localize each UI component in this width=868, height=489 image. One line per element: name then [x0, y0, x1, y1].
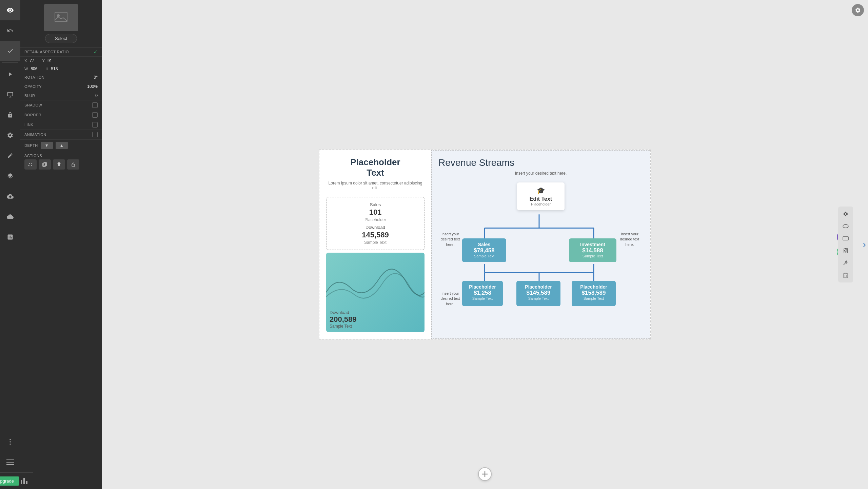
top-right-settings	[852, 4, 864, 16]
ph1-sub: Sample Text	[465, 296, 500, 300]
svg-rect-5	[6, 464, 14, 465]
placeholder-title: PlaceholderText	[350, 157, 400, 178]
sales-value: $78,458	[465, 247, 504, 254]
shadow-checkbox[interactable]	[92, 102, 98, 108]
actions-label: ACTIONS	[24, 154, 42, 158]
link-label: LINK	[24, 123, 33, 127]
upgrade-button[interactable]: Upgrade	[0, 476, 19, 486]
stat1-value: 101	[333, 208, 417, 217]
edit-text-label: Edit Text	[524, 196, 558, 202]
more-button[interactable]	[0, 432, 20, 452]
link-row[interactable]: LINK	[20, 120, 102, 130]
link-checkbox[interactable]	[92, 122, 98, 128]
rt-oval-button[interactable]	[840, 221, 851, 232]
undo-button[interactable]	[0, 20, 20, 41]
xy-coords: X 77 Y 91	[20, 57, 102, 65]
svg-rect-8	[26, 481, 27, 484]
rotation-row: ROTATION 0°	[20, 73, 102, 82]
x-label: X	[24, 59, 27, 63]
y-label: Y	[42, 59, 45, 63]
retain-aspect-label: RETAIN ASPECT RATIO	[24, 50, 69, 54]
sales-label: Sales	[465, 242, 504, 247]
w-label: W	[24, 67, 28, 71]
rt-trash-button[interactable]	[840, 270, 851, 280]
h-value: 518	[51, 66, 58, 71]
svg-rect-26	[843, 237, 848, 240]
shadow-row[interactable]: SHADOW	[20, 100, 102, 110]
revenue-title: Revenue Streams	[438, 157, 643, 168]
chart-button[interactable]	[0, 227, 20, 247]
depth-up-button[interactable]: ▲	[56, 142, 68, 149]
stat2-sub: Sample Text	[333, 240, 417, 245]
canvas-right-panel: Revenue Streams Insert your desired text…	[431, 150, 650, 339]
play-button[interactable]	[0, 64, 20, 84]
edit-text-box[interactable]: 🎓 Edit Text Placeholder	[517, 182, 565, 210]
stat2-label: Download	[333, 225, 417, 230]
select-button[interactable]: Select	[45, 34, 77, 43]
ph1-label: Placeholder	[465, 284, 500, 290]
animation-checkbox[interactable]	[92, 132, 98, 137]
border-row[interactable]: BORDER	[20, 110, 102, 120]
side-right-text: Insert yourdesired texthere.	[616, 232, 643, 247]
x-value: 77	[29, 58, 34, 63]
stat2-value: 145,589	[333, 231, 417, 239]
svg-point-1	[9, 441, 11, 442]
upload-button[interactable]	[0, 186, 20, 207]
svg-rect-7	[23, 478, 25, 484]
blur-value: 0	[95, 93, 98, 98]
border-checkbox[interactable]	[92, 112, 98, 118]
rt-wand-button[interactable]	[840, 257, 851, 268]
investment-sub: Sample Text	[572, 254, 614, 258]
side-left-text: Insert yourdesired texthere.	[438, 232, 462, 247]
animation-row[interactable]: ANIMATION	[20, 130, 102, 140]
monitor-button[interactable]	[0, 84, 20, 105]
placeholder-subtitle: Lorem ipsum dolor sit amet, consectetuer…	[326, 181, 425, 190]
hamburger-button[interactable]	[0, 452, 20, 472]
cloud-button[interactable]	[0, 207, 20, 227]
left-toolbar: Upgrade	[0, 0, 20, 489]
svg-point-27	[846, 261, 847, 263]
stats-button[interactable]	[19, 476, 29, 486]
image-placeholder	[44, 4, 78, 31]
svg-rect-4	[6, 462, 14, 463]
investment-value: $14,588	[572, 247, 614, 254]
ph2-box: Placeholder $145,589 Sample Text	[516, 281, 560, 306]
next-slide-button[interactable]: ›	[863, 239, 866, 250]
add-slide-button[interactable]	[478, 467, 492, 481]
org-chart: 🎓 Edit Text Placeholder Insert yourdesir…	[438, 179, 643, 325]
delete-action-button[interactable]	[53, 159, 65, 170]
depth-row: DEPTH ▼ ▲	[20, 140, 102, 151]
svg-rect-3	[6, 459, 14, 460]
y-value: 91	[47, 58, 52, 63]
panel-bottom: Upgrade	[0, 472, 33, 489]
pen-button[interactable]	[0, 145, 20, 166]
stat-card-1: Sales 101 Placeholder Download 145,589 S…	[326, 197, 425, 250]
layers-button[interactable]	[0, 166, 20, 186]
depth-down-button[interactable]: ▼	[41, 142, 53, 149]
check-button[interactable]	[0, 41, 20, 61]
edit-text-sub: Placeholder	[524, 202, 558, 206]
svg-point-2	[9, 444, 11, 445]
lock-action-button[interactable]	[67, 159, 79, 170]
settings-button[interactable]	[0, 125, 20, 145]
rt-rect-button[interactable]	[840, 233, 851, 244]
copy-action-button[interactable]	[39, 159, 51, 170]
lock-button[interactable]	[0, 105, 20, 125]
ph3-label: Placeholder	[574, 284, 613, 290]
global-settings-button[interactable]	[852, 4, 864, 16]
svg-point-0	[9, 439, 11, 440]
right-toolbar	[838, 207, 853, 282]
rt-settings-button[interactable]	[840, 209, 851, 219]
revenue-subtitle: Insert your desired text here.	[438, 171, 643, 176]
wh-dims: W 806 H 518	[20, 65, 102, 73]
shadow-label: SHADOW	[24, 103, 42, 107]
border-label: BORDER	[24, 113, 41, 117]
opacity-value: 100%	[87, 84, 98, 89]
rt-book-button[interactable]	[840, 245, 851, 256]
expand-action-button[interactable]	[24, 159, 37, 170]
stat1-sub: Placeholder	[333, 217, 417, 222]
eye-button[interactable]	[0, 0, 20, 20]
opacity-row: OPACITY 100%	[20, 82, 102, 91]
ph2-value: $145,589	[519, 290, 558, 296]
ph3-box: Placeholder $158,589 Sample Text	[572, 281, 616, 306]
